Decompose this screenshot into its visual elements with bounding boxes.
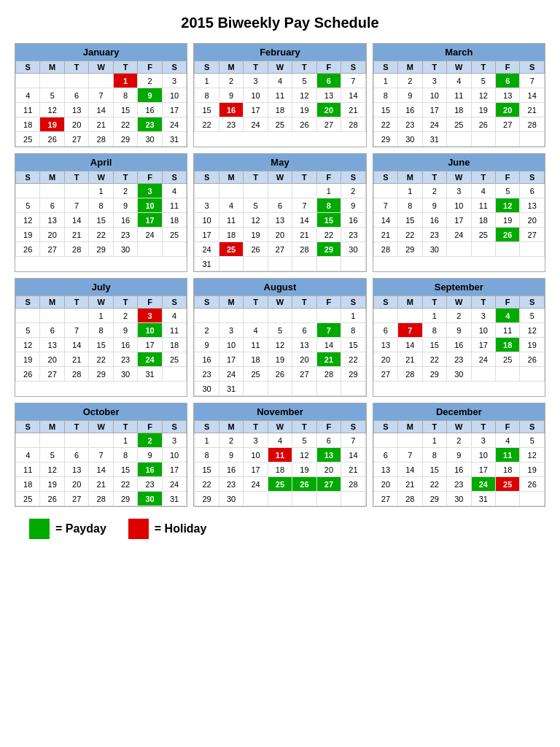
holiday-label: = Holiday [155, 522, 207, 535]
day-header: S [195, 296, 219, 309]
calendar-day: 26 [16, 242, 40, 257]
calendar-day: 1 [89, 184, 113, 198]
calendar-day: 12 [292, 448, 316, 462]
calendar-day: 21 [398, 477, 422, 492]
day-header: T [113, 171, 137, 184]
day-header: T [471, 421, 495, 433]
calendar-day: 26 [292, 477, 316, 492]
calendar-day: 1 [422, 309, 446, 323]
calendar-day: 16 [447, 338, 471, 352]
calendar-day: 3 [162, 433, 187, 448]
calendar-day: 23 [422, 228, 446, 242]
calendar-day [16, 309, 40, 323]
calendar-day: 25 [496, 352, 520, 367]
day-header: S [162, 296, 187, 309]
day-header: S [373, 296, 397, 309]
calendar-day: 26 [496, 228, 520, 242]
calendar-day: 20 [316, 103, 341, 117]
payday-legend: = Payday [29, 519, 106, 539]
calendar-day: 24 [162, 477, 187, 492]
calendar-day: 28 [292, 242, 316, 257]
day-header: W [268, 421, 292, 433]
calendar-day: 4 [16, 88, 40, 103]
day-header: M [40, 61, 64, 74]
calendar-day: 2 [113, 309, 137, 323]
calendar-day: 6 [316, 433, 341, 448]
calendar-day: 24 [162, 117, 187, 132]
calendar-day: 1 [113, 74, 137, 88]
calendar-day [316, 382, 341, 396]
calendar-day [195, 184, 219, 198]
calendar-day: 24 [471, 477, 495, 492]
calendar-day: 17 [162, 103, 187, 117]
calendar-day: 11 [496, 323, 520, 338]
calendar-day: 27 [292, 367, 316, 382]
calendar-day: 2 [422, 184, 446, 198]
calendar-day [471, 242, 495, 257]
day-header: F [496, 421, 520, 433]
calendar-day: 14 [341, 88, 366, 103]
calendar-day: 19 [16, 228, 40, 242]
calendar-day: 16 [138, 462, 162, 477]
day-header: S [520, 61, 545, 74]
calendar-day: 10 [219, 338, 243, 352]
day-header: F [138, 421, 162, 433]
calendar-day: 17 [447, 213, 471, 228]
calendar-day: 7 [341, 74, 366, 88]
calendar-day: 17 [138, 213, 162, 228]
day-header: S [520, 421, 545, 433]
day-header: S [195, 171, 219, 184]
calendar-june: JuneSMTWTFS12345678910111213141516171819… [373, 153, 545, 272]
calendar-day: 8 [113, 448, 137, 462]
calendar-day [447, 132, 471, 147]
calendar-day: 22 [89, 352, 113, 367]
calendar-day: 1 [195, 433, 219, 448]
calendar-day: 5 [40, 88, 64, 103]
calendar-day: 5 [268, 323, 292, 338]
calendar-day: 6 [40, 198, 64, 213]
calendar-day: 18 [496, 338, 520, 352]
day-header: M [398, 421, 422, 433]
calendar-day: 19 [471, 103, 495, 117]
calendar-march: MarchSMTWTFS1234567891011121314151617181… [373, 43, 545, 147]
calendar-day: 21 [89, 477, 113, 492]
calendar-day: 8 [422, 448, 446, 462]
calendar-day: 8 [316, 198, 341, 213]
day-header: T [244, 171, 268, 184]
day-header: T [244, 296, 268, 309]
calendar-day: 18 [471, 213, 495, 228]
calendar-day: 11 [244, 338, 268, 352]
calendar-day: 7 [341, 433, 366, 448]
calendar-day: 6 [373, 448, 397, 462]
calendar-day: 20 [64, 477, 88, 492]
calendar-day: 19 [496, 213, 520, 228]
calendar-day: 19 [268, 352, 292, 367]
calendar-day [89, 433, 113, 448]
calendar-day: 12 [40, 103, 64, 117]
calendar-day: 10 [422, 88, 446, 103]
calendar-day: 17 [244, 103, 268, 117]
day-header: F [496, 296, 520, 309]
calendar-day: 28 [341, 477, 366, 492]
calendar-day: 3 [219, 323, 243, 338]
calendar-day: 15 [398, 213, 422, 228]
calendar-day [244, 257, 268, 271]
day-header: M [398, 61, 422, 74]
day-header: W [447, 296, 471, 309]
day-header: S [162, 421, 187, 433]
day-header: T [422, 171, 446, 184]
day-header: F [138, 171, 162, 184]
day-header: M [40, 296, 64, 309]
calendar-day: 29 [316, 242, 341, 257]
calendar-day: 19 [16, 352, 40, 367]
calendar-day: 19 [292, 103, 316, 117]
calendar-day: 29 [113, 492, 137, 506]
calendar-day: 15 [341, 338, 366, 352]
calendar-day [244, 382, 268, 396]
day-header: S [16, 171, 40, 184]
calendar-day [162, 242, 187, 257]
calendar-day: 22 [89, 228, 113, 242]
day-header: S [520, 296, 545, 309]
calendar-day: 3 [162, 74, 187, 88]
calendar-day: 4 [268, 433, 292, 448]
